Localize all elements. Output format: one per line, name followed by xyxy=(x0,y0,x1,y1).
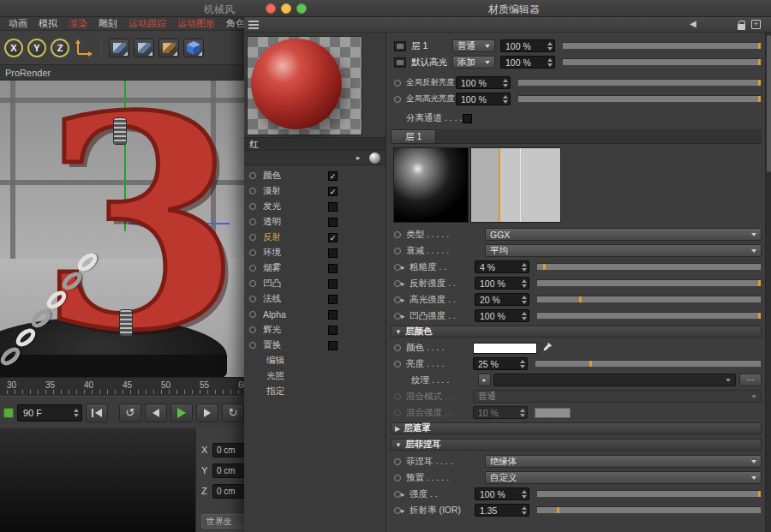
menu-item-animation[interactable]: 动画 xyxy=(9,17,27,30)
global-specular-field[interactable]: 100 % xyxy=(456,93,511,105)
bump-strength-slider[interactable] xyxy=(536,312,762,320)
editor-scrollbar[interactable] xyxy=(765,33,771,532)
stepper[interactable] xyxy=(520,360,525,368)
record-keyframe-button[interactable] xyxy=(3,408,14,418)
stepper[interactable] xyxy=(547,58,553,67)
preset-dropdown[interactable]: 自定义 xyxy=(485,471,762,484)
attenuation-dropdown[interactable]: 平均 xyxy=(485,244,762,257)
channel-checkbox[interactable] xyxy=(328,202,338,212)
channel-dot[interactable] xyxy=(249,342,256,349)
bump-strength-field[interactable]: 100 % xyxy=(475,309,529,322)
channel-dot[interactable] xyxy=(249,234,256,241)
global-reflection-slider[interactable] xyxy=(517,79,762,87)
roughness-slider[interactable] xyxy=(536,263,762,271)
axis-lock-x-button[interactable]: X xyxy=(4,39,23,57)
texture-browse-button[interactable]: ... xyxy=(739,374,762,386)
specular-strength-field[interactable]: 20 % xyxy=(475,293,529,306)
channel-checkbox[interactable] xyxy=(328,326,338,335)
anim-dot[interactable] xyxy=(394,458,401,465)
channel-checkbox[interactable] xyxy=(328,341,338,350)
layer-blendmode-dropdown[interactable]: 普通 xyxy=(452,39,495,52)
brightness-field[interactable]: 25 % xyxy=(473,357,528,370)
specular-strength-slider[interactable] xyxy=(536,296,762,303)
frame-stepper[interactable] xyxy=(74,409,79,417)
menu-icon[interactable] xyxy=(248,21,259,29)
channel-row-transparency[interactable]: 透明 xyxy=(244,214,386,230)
stepper[interactable] xyxy=(503,79,508,87)
layer-curve-display[interactable] xyxy=(470,147,561,223)
page-row-illumination[interactable]: 光照 xyxy=(244,368,386,384)
channel-row-alpha[interactable]: Alpha xyxy=(244,307,386,322)
type-dropdown[interactable]: GGX xyxy=(485,228,762,241)
texture-expand-button[interactable]: ▸ xyxy=(478,374,491,386)
channel-dot[interactable] xyxy=(249,326,256,333)
menu-item-render[interactable]: 渲染 xyxy=(69,17,87,30)
material-manager-area[interactable] xyxy=(0,428,197,532)
channel-checkbox[interactable] xyxy=(328,264,338,273)
play-button[interactable] xyxy=(170,403,193,422)
expander-icon[interactable]: ▸ xyxy=(401,490,409,499)
layer-blendmode-dropdown[interactable]: 添加 xyxy=(452,56,495,69)
channel-dot[interactable] xyxy=(249,280,256,287)
channel-checkbox[interactable] xyxy=(328,295,338,304)
world-coordinates-dropdown[interactable]: 世界坐 xyxy=(201,514,244,529)
global-reflection-field[interactable]: 100 % xyxy=(456,76,511,89)
expand-arrow-icon[interactable]: ▸ xyxy=(356,153,365,162)
channel-dot[interactable] xyxy=(249,296,256,302)
anim-dot[interactable] xyxy=(394,248,401,254)
channel-dot[interactable] xyxy=(249,249,256,256)
next-frame-button[interactable] xyxy=(196,403,218,422)
channel-row-diffusion[interactable]: 漫射✓ xyxy=(244,183,386,199)
channel-row-environment[interactable]: 环境 xyxy=(244,245,386,260)
channel-dot[interactable] xyxy=(249,172,256,179)
layer-opacity-slider[interactable] xyxy=(562,58,762,66)
channel-checkbox[interactable] xyxy=(328,218,338,227)
previous-frame-button[interactable] xyxy=(145,403,167,422)
stepper[interactable] xyxy=(522,296,527,304)
render-settings-button[interactable] xyxy=(158,39,179,57)
cube-object-button[interactable] xyxy=(183,39,204,57)
fresnel-strength-field[interactable]: 100 % xyxy=(475,487,529,500)
anim-dot[interactable] xyxy=(394,361,401,368)
expander-icon[interactable]: ▸ xyxy=(401,279,409,288)
layer-opacity-field[interactable]: 100 % xyxy=(500,39,555,52)
menu-item-character[interactable]: 角色 xyxy=(226,17,244,30)
zoom-button[interactable] xyxy=(296,3,307,14)
numeral-3-object[interactable]: 3 xyxy=(24,82,244,377)
axis-lock-y-button[interactable]: Y xyxy=(27,39,46,57)
scrollbar-thumb[interactable] xyxy=(767,35,771,172)
layer-icon[interactable] xyxy=(394,57,406,68)
separate-passes-checkbox[interactable] xyxy=(463,114,472,123)
stepper[interactable] xyxy=(522,263,527,272)
play-backwards-button[interactable]: ↺ xyxy=(119,403,141,422)
anim-dot[interactable] xyxy=(394,313,401,320)
page-row-editor[interactable]: 编辑 xyxy=(244,353,386,368)
fresnel-dropdown[interactable]: 绝缘体 xyxy=(485,455,762,468)
channel-dot[interactable] xyxy=(249,311,256,318)
menu-item-motion-tracker[interactable]: 运动跟踪 xyxy=(128,17,166,30)
channel-row-fog[interactable]: 烟雾 xyxy=(244,260,386,276)
reflection-strength-field[interactable]: 100 % xyxy=(475,277,529,290)
anim-dot[interactable] xyxy=(394,280,401,287)
channel-dot[interactable] xyxy=(249,265,256,272)
stepper[interactable] xyxy=(522,490,527,499)
y-position-field[interactable]: 0 cm xyxy=(212,463,244,478)
layer-fresnel-header[interactable]: ▼ 层菲涅耳 xyxy=(391,439,762,451)
channel-row-displacement[interactable]: 置换 xyxy=(244,338,386,353)
expander-icon[interactable]: ▸ xyxy=(401,506,409,515)
anim-dot[interactable] xyxy=(394,296,401,303)
anim-dot[interactable] xyxy=(394,96,401,103)
shaderball-icon[interactable] xyxy=(369,152,380,164)
coordinate-system-icon[interactable] xyxy=(74,38,94,58)
anim-dot[interactable] xyxy=(394,507,401,514)
x-position-field[interactable]: 0 cm xyxy=(212,443,244,457)
material-preview[interactable] xyxy=(247,36,362,135)
channel-dot[interactable] xyxy=(249,188,256,194)
stepper[interactable] xyxy=(547,42,553,51)
layer-mask-header[interactable]: ▶ 层遮罩 xyxy=(391,422,762,434)
channel-checkbox[interactable] xyxy=(328,248,338,258)
channel-row-glow[interactable]: 辉光 xyxy=(244,322,386,338)
menu-item-sculpt[interactable]: 雕刻 xyxy=(99,17,117,30)
stepper[interactable] xyxy=(522,312,527,320)
menu-item-simulate[interactable]: 模拟 xyxy=(39,17,57,30)
